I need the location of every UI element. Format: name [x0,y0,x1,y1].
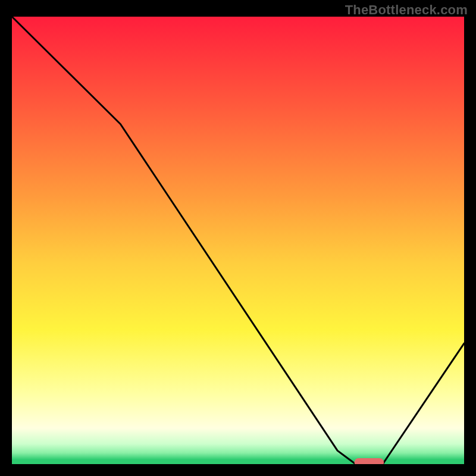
chart-svg [12,17,464,464]
optimum-marker [355,458,384,464]
plot-area [12,17,464,464]
attribution-text: TheBottleneck.com [345,2,468,18]
chart-container: TheBottleneck.com [0,0,476,476]
